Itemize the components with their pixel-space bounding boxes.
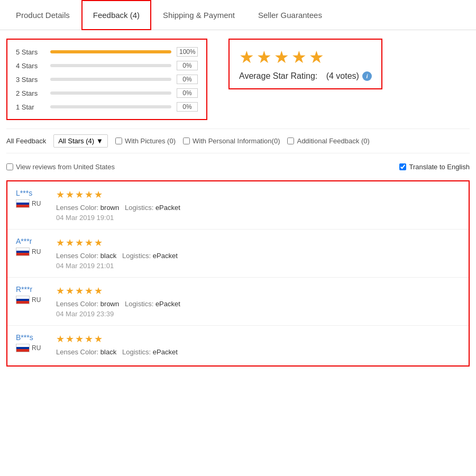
big-star-4: ★ xyxy=(291,47,307,67)
additional-feedback-filter[interactable]: Additional Feedback (0) xyxy=(287,137,369,145)
review-star-3-2: ★ xyxy=(75,333,84,345)
review-top-1: A***rRU★★★★★Lenses Color: black Logistic… xyxy=(16,237,460,270)
star-label-2: 2 Stars xyxy=(16,89,45,97)
filter-bar: All Feedback All Stars (4) ▼ With Pictur… xyxy=(6,129,470,153)
with-pictures-filter[interactable]: With Pictures (0) xyxy=(115,137,176,145)
view-row-left: View reviews from United States xyxy=(6,163,115,171)
review-top-3: B***sRU★★★★★Lenses Color: black Logistic… xyxy=(16,333,460,358)
review-star-0-1: ★ xyxy=(66,189,74,200)
all-stars-dropdown[interactable]: All Stars (4) ▼ xyxy=(53,134,108,148)
pct-1: 0% xyxy=(177,102,198,112)
review-star-1-0: ★ xyxy=(56,237,65,249)
big-star-2: ★ xyxy=(257,47,272,67)
review-star-2-0: ★ xyxy=(56,285,65,297)
country-code-text-0: RU xyxy=(32,200,41,207)
review-star-0-4: ★ xyxy=(94,189,103,200)
star-row-4: 4 Stars0% xyxy=(16,61,198,70)
review-star-2-1: ★ xyxy=(66,285,74,297)
chevron-down-icon: ▼ xyxy=(96,137,103,145)
logistics-1: ePacket xyxy=(153,252,178,260)
country-code-text-3: RU xyxy=(32,344,41,352)
reviewer-info-0: L***sRU xyxy=(16,189,48,208)
view-us-filter[interactable]: View reviews from United States xyxy=(6,163,115,171)
review-item-1: A***rRU★★★★★Lenses Color: black Logistic… xyxy=(7,230,469,278)
pct-4: 0% xyxy=(177,61,198,70)
flag-icon-1 xyxy=(16,248,30,256)
review-star-2-4: ★ xyxy=(94,285,103,297)
flag-icon-3 xyxy=(16,344,30,352)
translate-filter[interactable]: Translate to English xyxy=(399,163,470,171)
all-feedback-label: All Feedback xyxy=(6,137,46,145)
view-us-checkbox[interactable] xyxy=(6,163,13,170)
bar-fill-5 xyxy=(50,50,171,53)
country-code-text-1: RU xyxy=(32,248,41,255)
review-star-0-0: ★ xyxy=(56,189,65,200)
reviewer-country-3: RU xyxy=(16,344,41,352)
star-row-3: 3 Stars0% xyxy=(16,75,198,84)
reviewer-name-2: R***r xyxy=(16,285,32,294)
review-star-1-3: ★ xyxy=(85,237,93,249)
tab-feedback[interactable]: Feedback (4) xyxy=(81,0,151,30)
review-body-0: ★★★★★Lenses Color: brown Logistics: ePac… xyxy=(56,189,460,222)
star-row-1: 1 Star0% xyxy=(16,102,198,112)
review-date-0: 04 Mar 2019 19:01 xyxy=(56,214,460,222)
logistics-3: ePacket xyxy=(153,348,178,356)
tab-seller-guarantees[interactable]: Seller Guarantees xyxy=(246,0,334,30)
review-star-1-1: ★ xyxy=(66,237,74,249)
review-star-2-2: ★ xyxy=(75,285,84,297)
tab-product-details[interactable]: Product Details xyxy=(4,0,81,30)
lenses-color-1: black xyxy=(100,252,116,260)
with-pictures-checkbox[interactable] xyxy=(115,138,122,144)
tab-shipping[interactable]: Shipping & Payment xyxy=(151,0,246,30)
review-star-2-3: ★ xyxy=(85,285,93,297)
pct-5: 100% xyxy=(177,47,198,57)
star-label-1: 1 Star xyxy=(16,103,45,111)
review-item-0: L***sRU★★★★★Lenses Color: brown Logistic… xyxy=(7,181,469,230)
review-details-1: Lenses Color: black Logistics: ePacket xyxy=(56,252,460,260)
tab-bar: Product DetailsFeedback (4)Shipping & Pa… xyxy=(0,0,476,30)
pct-2: 0% xyxy=(177,88,198,98)
star-row-2: 2 Stars0% xyxy=(16,88,198,98)
additional-feedback-checkbox[interactable] xyxy=(287,138,294,144)
lenses-color-3: black xyxy=(100,348,116,356)
view-us-label: View reviews from United States xyxy=(16,163,115,171)
avg-rating-text: Average Star Rating: (4 votes) i xyxy=(239,71,372,81)
reviewer-info-2: R***rRU xyxy=(16,285,48,304)
review-body-3: ★★★★★Lenses Color: black Logistics: ePac… xyxy=(56,333,460,358)
reviewer-country-2: RU xyxy=(16,296,41,304)
reviewer-info-3: B***sRU xyxy=(16,333,48,352)
review-details-2: Lenses Color: brown Logistics: ePacket xyxy=(56,300,460,308)
reviewer-country-0: RU xyxy=(16,199,41,208)
bar-track-2 xyxy=(50,91,171,95)
review-star-1-4: ★ xyxy=(94,237,103,249)
big-stars: ★★★★★ xyxy=(239,47,372,67)
review-body-2: ★★★★★Lenses Color: brown Logistics: ePac… xyxy=(56,285,460,318)
review-details-0: Lenses Color: brown Logistics: ePacket xyxy=(56,204,460,212)
review-details-3: Lenses Color: black Logistics: ePacket xyxy=(56,348,460,356)
logistics-2: ePacket xyxy=(155,300,180,308)
translate-checkbox[interactable] xyxy=(399,163,406,170)
with-personal-info-checkbox[interactable] xyxy=(183,138,190,144)
big-star-5: ★ xyxy=(309,47,324,67)
bar-track-3 xyxy=(50,78,171,81)
reviewer-name-1: A***r xyxy=(16,237,32,245)
review-star-3-4: ★ xyxy=(94,333,103,345)
all-stars-label: All Stars (4) xyxy=(58,137,94,145)
info-icon[interactable]: i xyxy=(362,71,372,81)
view-row: View reviews from United States Translat… xyxy=(6,159,470,175)
avg-votes: (4 votes) xyxy=(326,71,359,81)
review-item-3: B***sRU★★★★★Lenses Color: black Logistic… xyxy=(7,326,469,365)
rating-summary: 5 Stars100%4 Stars0%3 Stars0%2 Stars0%1 … xyxy=(6,39,470,120)
with-personal-info-filter[interactable]: With Personal Information(0) xyxy=(183,137,280,145)
lenses-color-2: brown xyxy=(100,300,119,308)
country-code-text-2: RU xyxy=(32,296,41,304)
review-star-0-2: ★ xyxy=(75,189,84,200)
reviewer-country-1: RU xyxy=(16,248,41,256)
view-row-right: Translate to English xyxy=(399,163,470,171)
bar-track-1 xyxy=(50,105,171,108)
review-star-3-3: ★ xyxy=(85,333,93,345)
review-stars-1: ★★★★★ xyxy=(56,237,460,249)
reviews-list: L***sRU★★★★★Lenses Color: brown Logistic… xyxy=(6,180,470,367)
additional-feedback-label: Additional Feedback (0) xyxy=(297,137,369,145)
with-pictures-label: With Pictures (0) xyxy=(125,137,176,145)
